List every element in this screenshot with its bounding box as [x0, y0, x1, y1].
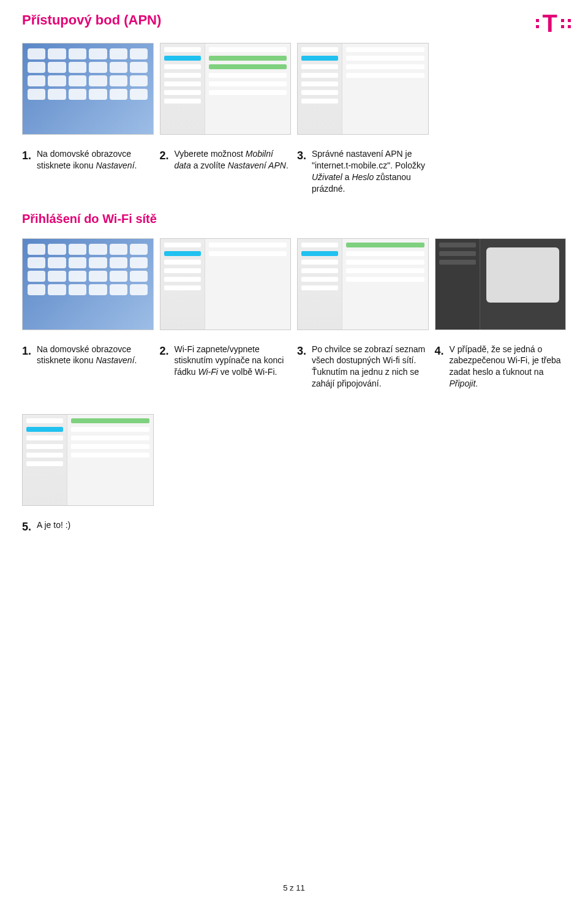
heading-apn: Přístupový bod (APN) — [22, 12, 566, 28]
section1-screens — [22, 43, 566, 135]
step-2-1: 1. Na domovské obrazovce stisknete ikonu… — [22, 344, 154, 390]
step-2-4: 4. V případě, že se jedná o zabezpečenou… — [435, 344, 567, 390]
step-text: Správné nastavení APN je "internet.t-mob… — [312, 148, 429, 195]
step-text: Po chvilce se zobrazí seznam všech dostu… — [312, 344, 429, 390]
page-footer: 5 z 11 — [0, 883, 588, 892]
step-text: Wi-Fi zapnete/vypnete stisknutím vypínač… — [175, 344, 292, 390]
step-1-2: 2. Vyberete možnost Mobilní data a zvolí… — [160, 148, 292, 195]
screenshot-wifi-password — [435, 238, 567, 330]
step-2-2: 2. Wi-Fi zapnete/vypnete stisknutím vypí… — [160, 344, 292, 390]
step-number: 3. — [297, 148, 308, 195]
step-3-5: 5. A je to! :) — [22, 519, 154, 534]
step-1-1: 1. Na domovské obrazovce stisknete ikonu… — [22, 148, 154, 195]
step-1-3: 3. Správné nastavení APN je "internet.t-… — [297, 148, 429, 195]
step-number: 2. — [160, 344, 171, 390]
screenshot-apn-settings — [297, 43, 429, 135]
step-number: 1. — [22, 344, 33, 390]
section2-screens — [22, 238, 566, 330]
screenshot-mobile-data — [160, 43, 292, 135]
section1-captions: 1. Na domovské obrazovce stisknete ikonu… — [22, 143, 566, 195]
section3-captions: 5. A je to! :) — [22, 515, 566, 534]
tmobile-logo: T — [536, 11, 571, 36]
step-number: 3. — [297, 344, 308, 390]
step-number: 1. — [22, 148, 33, 195]
section3-screens — [22, 414, 566, 506]
section2-captions: 1. Na domovské obrazovce stisknete ikonu… — [22, 339, 566, 390]
screenshot-wifi-list — [297, 238, 429, 330]
step-text: Na domovské obrazovce stisknete ikonu Na… — [37, 344, 154, 390]
screenshot-wifi-toggle — [160, 238, 292, 330]
step-number: 2. — [160, 148, 171, 195]
step-text: V případě, že se jedná o zabezpečenou Wi… — [450, 344, 567, 390]
screenshot-home-1 — [22, 43, 154, 135]
step-number: 5. — [22, 519, 33, 534]
screenshot-home-2 — [22, 238, 154, 330]
step-number: 4. — [435, 344, 446, 390]
step-2-3: 3. Po chvilce se zobrazí seznam všech do… — [297, 344, 429, 390]
screenshot-wifi-connected — [22, 414, 154, 506]
heading-wifi: Přihlášení do Wi-Fi sítě — [22, 212, 566, 226]
step-text: A je to! :) — [37, 519, 154, 534]
step-text: Na domovské obrazovce stisknete ikonu Na… — [37, 148, 154, 195]
step-text: Vyberete možnost Mobilní data a zvolíte … — [175, 148, 292, 195]
